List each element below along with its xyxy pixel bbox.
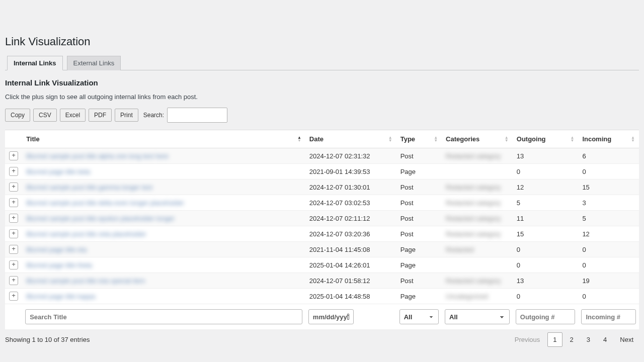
expand-button[interactable]: +: [9, 245, 18, 254]
print-button[interactable]: Print: [115, 109, 138, 122]
row-categories: Redacted: [446, 246, 474, 253]
expand-button[interactable]: +: [9, 214, 18, 223]
search-input[interactable]: [167, 108, 227, 123]
row-outgoing: 0: [513, 257, 579, 273]
filter-row: mm/dd/yyy All All: [5, 304, 639, 330]
row-title[interactable]: Blurred page title eta: [26, 246, 87, 253]
pagination-page-2[interactable]: 2: [565, 332, 579, 347]
tab-internal-links[interactable]: Internal Links: [7, 56, 63, 70]
row-type: Page: [396, 164, 442, 179]
expand-button[interactable]: +: [9, 151, 18, 160]
col-incoming-label: Incoming: [582, 135, 611, 143]
toolbar: Copy CSV Excel PDF Print Search:: [5, 108, 639, 123]
table-row: +Blurred page title beta2021-09-01 14:39…: [5, 164, 639, 179]
row-date: 2025-01-04 14:26:01: [305, 257, 396, 273]
expand-button[interactable]: +: [9, 260, 18, 269]
col-title-header[interactable]: Title ▲▼: [22, 130, 305, 148]
table-row: +Blurred sample post title iota special …: [5, 273, 639, 289]
links-table: Title ▲▼ Date ▲▼ Type ▲▼ Categories ▲▼ O…: [5, 130, 639, 329]
col-date-label: Date: [309, 135, 324, 143]
filter-outgoing-input[interactable]: [516, 309, 576, 324]
table-footer: Showing 1 to 10 of 37 entries Previous 1…: [5, 332, 639, 347]
row-incoming: 0: [578, 164, 639, 179]
row-outgoing: 0: [513, 289, 579, 304]
table-row: +Blurred sample post title gamma longer …: [5, 179, 639, 195]
sort-icon: ▲▼: [434, 136, 438, 142]
row-title[interactable]: Blurred sample post title alpha one long…: [26, 152, 169, 160]
calendar-icon: [347, 314, 349, 320]
row-title[interactable]: Blurred page title kappa: [26, 293, 95, 300]
row-incoming: 12: [578, 226, 639, 242]
col-type-label: Type: [400, 135, 415, 143]
row-title[interactable]: Blurred page title theta: [26, 261, 92, 269]
row-title[interactable]: Blurred sample post title delta even lon…: [26, 199, 184, 207]
row-date: 2024-12-07 03:20:36: [305, 226, 396, 242]
table-row: +Blurred sample post title delta even lo…: [5, 195, 639, 211]
row-date: 2024-12-07 01:58:12: [305, 273, 396, 289]
section-title: Internal Link Visualization: [5, 78, 639, 87]
filter-type-select[interactable]: All: [399, 309, 439, 324]
row-title[interactable]: Blurred sample post title zeta placehold…: [26, 230, 146, 238]
col-categories-header[interactable]: Categories ▲▼: [442, 130, 513, 148]
row-categories: Redacted category: [446, 230, 501, 238]
filter-title-input[interactable]: [25, 309, 302, 324]
col-expand-header: [5, 130, 22, 148]
expand-button[interactable]: +: [9, 198, 18, 207]
col-title-label: Title: [26, 135, 40, 143]
row-type: Page: [396, 242, 442, 257]
row-incoming: 0: [578, 289, 639, 304]
expand-button[interactable]: +: [9, 167, 18, 176]
row-type: Post: [396, 179, 442, 195]
sort-icon: ▲▼: [388, 136, 392, 142]
row-title[interactable]: Blurred page title beta: [26, 168, 90, 175]
filter-date-input[interactable]: mm/dd/yyy: [308, 309, 354, 324]
row-date: 2024-12-07 02:31:32: [305, 148, 396, 164]
table-row: +Blurred page title eta2021-11-04 11:45:…: [5, 242, 639, 257]
expand-button[interactable]: +: [9, 183, 18, 192]
expand-button[interactable]: +: [9, 276, 18, 285]
row-incoming: 15: [578, 179, 639, 195]
row-date: 2024-12-07 01:30:01: [305, 179, 396, 195]
row-incoming: 6: [578, 148, 639, 164]
pagination-previous[interactable]: Previous: [509, 332, 546, 347]
pagination: Previous 1 2 3 4 Next: [509, 332, 639, 347]
table-row: +Blurred sample post title alpha one lon…: [5, 148, 639, 164]
col-type-header[interactable]: Type ▲▼: [396, 130, 442, 148]
page-title: Link Visualization: [5, 35, 639, 48]
filter-categories-select[interactable]: All: [445, 309, 510, 324]
expand-button[interactable]: +: [9, 292, 18, 301]
row-title[interactable]: Blurred sample post title epsilon placeh…: [26, 215, 175, 222]
pagination-page-3[interactable]: 3: [581, 332, 596, 347]
excel-button[interactable]: Excel: [60, 109, 86, 122]
pagination-page-4[interactable]: 4: [598, 332, 612, 347]
row-title[interactable]: Blurred sample post title iota special i…: [26, 277, 145, 285]
row-categories: Redacted category: [446, 215, 501, 222]
table-row: +Blurred sample post title epsilon place…: [5, 211, 639, 226]
row-type: Page: [396, 257, 442, 273]
row-incoming: 0: [578, 257, 639, 273]
pagination-next[interactable]: Next: [614, 332, 639, 347]
pdf-button[interactable]: PDF: [89, 109, 112, 122]
row-incoming: 19: [578, 273, 639, 289]
csv-button[interactable]: CSV: [33, 109, 57, 122]
row-type: Page: [396, 289, 442, 304]
row-title[interactable]: Blurred sample post title gamma longer t…: [26, 184, 152, 191]
col-outgoing-header[interactable]: Outgoing ▲▼: [513, 130, 579, 148]
col-date-header[interactable]: Date ▲▼: [305, 130, 396, 148]
row-categories: Redacted category: [446, 277, 501, 285]
row-outgoing: 11: [513, 211, 579, 226]
copy-button[interactable]: Copy: [5, 109, 30, 122]
row-categories: Redacted category: [446, 152, 501, 160]
tab-external-links[interactable]: External Links: [67, 56, 121, 70]
row-categories: Redacted category: [446, 184, 501, 191]
pagination-page-1[interactable]: 1: [547, 332, 562, 347]
filter-date-placeholder: mm/dd/yyy: [313, 313, 347, 321]
row-outgoing: 0: [513, 242, 579, 257]
expand-button[interactable]: +: [9, 229, 18, 238]
row-incoming: 3: [578, 195, 639, 211]
col-incoming-header[interactable]: Incoming ▲▼: [578, 130, 639, 148]
row-outgoing: 13: [513, 273, 579, 289]
row-date: 2024-12-07 02:11:12: [305, 211, 396, 226]
filter-incoming-input[interactable]: [581, 309, 636, 324]
row-outgoing: 0: [513, 164, 579, 179]
